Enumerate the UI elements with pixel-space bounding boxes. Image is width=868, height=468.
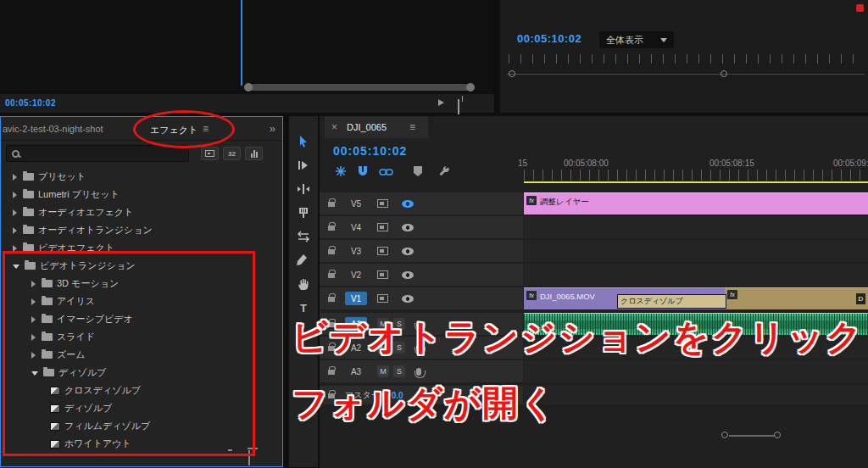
tree-item-audio-effects[interactable]: オーディオエフェクト	[1, 203, 282, 221]
twirl-collapsed-icon[interactable]	[13, 174, 17, 181]
voiceover-mic-icon[interactable]	[416, 368, 421, 376]
lock-icon[interactable]	[328, 273, 335, 278]
panel-menu-icon[interactable]: ≡	[203, 123, 209, 135]
snap-magnet-icon[interactable]	[357, 165, 369, 177]
add-marker-icon[interactable]	[413, 165, 423, 177]
track-badge[interactable]: V1	[345, 292, 367, 305]
tree-item-cross-dissolve[interactable]: クロスディゾルブ	[1, 382, 282, 399]
yuv-effects-filter-button[interactable]	[245, 147, 263, 160]
tree-item-lumetri-presets[interactable]: Lumetri プリセット	[1, 186, 282, 203]
twirl-expanded-icon[interactable]	[13, 265, 19, 269]
track-badge[interactable]: V2	[345, 268, 367, 281]
twirl-collapsed-icon[interactable]	[31, 352, 36, 359]
solo-button[interactable]: S	[393, 318, 405, 330]
track-badge[interactable]: V5	[345, 197, 367, 210]
twirl-collapsed-icon[interactable]	[31, 281, 36, 287]
audio-clip-waveform[interactable]	[524, 313, 868, 335]
ruler-marker-knob[interactable]	[721, 70, 727, 77]
source-patch-icon[interactable]	[377, 270, 388, 279]
delete-icon[interactable]	[248, 450, 250, 465]
ruler-playhead-knob[interactable]	[509, 70, 515, 77]
pen-tool[interactable]	[297, 254, 310, 267]
track-output-eye-icon[interactable]	[402, 248, 414, 255]
track-output-eye-icon[interactable]	[402, 200, 414, 208]
source-patch-icon[interactable]	[377, 247, 388, 255]
tab-project[interactable]: avic-2-test-03-night-shot	[3, 124, 103, 134]
track-content-a1[interactable]	[524, 313, 868, 335]
track-header-v3[interactable]: V3	[320, 240, 523, 262]
track-header-a2[interactable]: A2 M S	[320, 337, 523, 359]
timeline-zoom-knob-left[interactable]	[721, 432, 728, 438]
lock-icon[interactable]	[328, 249, 335, 254]
track-header-v1[interactable]: V1	[320, 287, 523, 309]
lock-icon[interactable]	[328, 297, 335, 302]
track-badge[interactable]: V3	[345, 244, 367, 258]
close-tab-icon[interactable]: ×	[331, 121, 337, 133]
track-badge[interactable]: V4	[345, 220, 367, 234]
selection-tool[interactable]	[297, 135, 310, 148]
linked-selection-icon[interactable]	[379, 167, 393, 177]
timeline-ruler[interactable]	[524, 170, 868, 181]
master-gain-value[interactable]: 0.0	[392, 391, 403, 400]
monitor-playhead[interactable]	[241, 0, 242, 86]
track-header-v2[interactable]: V2	[320, 264, 523, 286]
track-badge[interactable]: A2	[345, 341, 367, 354]
mute-button[interactable]: M	[377, 342, 389, 354]
track-header-a1[interactable]: A1 M S	[320, 313, 523, 335]
tab-effects[interactable]: エフェクト	[150, 124, 198, 136]
ripple-edit-tool[interactable]	[297, 182, 310, 196]
twirl-collapsed-icon[interactable]	[13, 209, 17, 216]
hand-tool[interactable]	[297, 277, 310, 291]
source-patch-icon[interactable]	[377, 199, 388, 208]
track-select-tool[interactable]	[297, 159, 310, 172]
lock-icon[interactable]	[328, 393, 335, 398]
tree-item-slide[interactable]: スライド	[1, 328, 282, 346]
solo-button[interactable]: S	[393, 365, 405, 377]
cross-dissolve-transition[interactable]: クロスディゾルブ	[617, 294, 726, 309]
tree-item-iris[interactable]: アイリス	[1, 292, 282, 310]
overflow-chevron-icon[interactable]: »	[270, 122, 275, 135]
twirl-collapsed-icon[interactable]	[13, 192, 17, 198]
tree-item-immersive-video[interactable]: イマーシブビデオ	[1, 310, 282, 328]
twirl-collapsed-icon[interactable]	[13, 227, 17, 234]
track-header-master[interactable]: マスター 0.0	[320, 386, 523, 404]
scrollbar-left-knob[interactable]	[244, 83, 253, 92]
track-header-v4[interactable]: V4	[320, 216, 523, 238]
panel-menu-icon[interactable]: ≡	[409, 121, 415, 133]
export-frame-icon[interactable]	[458, 99, 459, 114]
timeline-settings-wrench-icon[interactable]	[438, 165, 450, 177]
play-icon[interactable]	[438, 99, 444, 106]
voiceover-mic-icon[interactable]	[416, 320, 421, 328]
mute-button[interactable]: M	[377, 365, 389, 377]
track-badge[interactable]: A1	[345, 317, 367, 331]
monitor-zoom-scrollbar[interactable]	[245, 84, 474, 91]
voiceover-mic-icon[interactable]	[416, 344, 421, 352]
lock-icon[interactable]	[328, 202, 335, 207]
tree-item-dissolve-folder[interactable]: ディゾルブ	[1, 364, 282, 382]
track-badge[interactable]: A3	[345, 365, 367, 378]
tree-item-film-dissolve[interactable]: フィルムディゾルブ	[1, 417, 282, 435]
twirl-expanded-icon[interactable]	[31, 371, 38, 376]
timeline-zoom-knob-right[interactable]	[774, 432, 781, 438]
adjustment-layer-clip[interactable]: fx 調整レイヤー	[524, 192, 868, 214]
zoom-level-select[interactable]: 全体表示	[599, 31, 674, 48]
track-output-eye-icon[interactable]	[402, 224, 414, 231]
track-output-eye-icon[interactable]	[402, 271, 414, 279]
mute-button[interactable]: M	[377, 318, 389, 330]
tree-item-audio-transitions[interactable]: オーディオトランジション	[1, 221, 282, 239]
nest-toggle-icon[interactable]	[335, 165, 347, 177]
lock-icon[interactable]	[328, 226, 335, 231]
source-patch-icon[interactable]	[377, 223, 388, 231]
track-content-a3[interactable]	[524, 360, 868, 382]
track-content-v3[interactable]	[524, 240, 868, 262]
tree-item-video-transitions[interactable]: ビデオトランジション	[1, 257, 282, 275]
track-content-v5[interactable]: fx 調整レイヤー	[524, 192, 868, 214]
tree-item-video-effects[interactable]: ビデオエフェクト	[1, 239, 282, 257]
solo-button[interactable]: S	[393, 342, 405, 354]
type-tool[interactable]: T	[297, 301, 310, 315]
tree-item-dissolve[interactable]: ディゾルブ	[1, 399, 282, 417]
track-header-v5[interactable]: V5	[320, 192, 523, 214]
twirl-collapsed-icon[interactable]	[31, 316, 36, 323]
razor-tool[interactable]	[297, 206, 310, 220]
slip-tool[interactable]	[297, 230, 310, 243]
